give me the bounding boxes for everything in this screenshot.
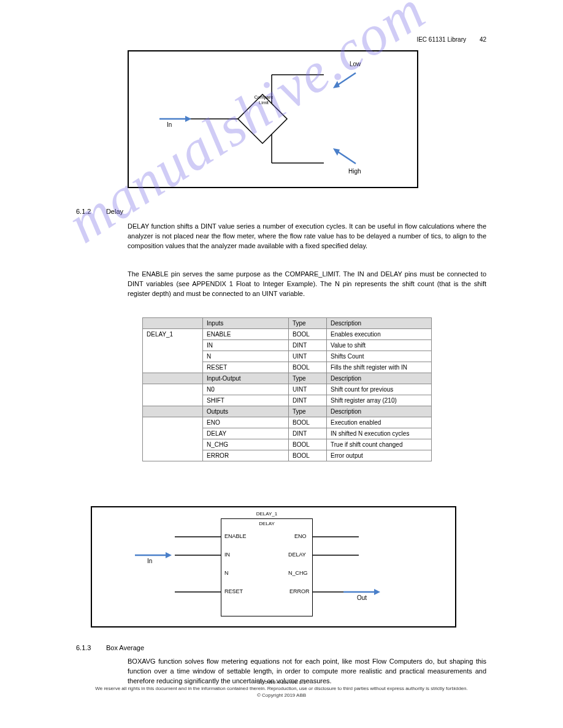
section-title: Delay: [106, 208, 123, 215]
cell: N: [203, 351, 289, 362]
cell: Shift count for previous: [327, 384, 432, 395]
th-outputs: Outputs: [203, 406, 289, 417]
label-high: High: [348, 168, 361, 175]
svg-line-10: [337, 151, 356, 164]
page-footer: ST-5499-4-EN rev. 0.1 We reserve all rig…: [0, 680, 563, 699]
th-desc2: Description: [327, 373, 432, 384]
cell: UINT: [289, 384, 327, 395]
section-boxavg-heading: 6.1.3 Box Average: [76, 643, 144, 653]
cell: BOOL: [289, 439, 327, 450]
cell: Shifts Count: [327, 351, 432, 362]
th-blank2: [143, 373, 203, 384]
svg-marker-0: [238, 94, 287, 143]
cell: True if shift count changed: [327, 439, 432, 450]
label-in: In: [167, 121, 172, 128]
cell: BOOL: [289, 417, 327, 428]
cell: N0: [203, 384, 289, 395]
cell-blank2: [143, 417, 203, 461]
delay-paragraph-1: DELAY function shifts a DINT value serie…: [128, 222, 486, 251]
section-delay-heading: 6.1.2 Delay: [76, 207, 123, 216]
label-low: Low: [350, 61, 361, 67]
cell: Error output: [327, 450, 432, 461]
cell: RESET: [203, 362, 289, 373]
footer-line1: ST-5499-4-EN rev. 0.1: [0, 680, 563, 686]
svg-marker-7: [185, 116, 191, 122]
cell: Value to shift: [327, 340, 432, 351]
section-num-2: 6.1.3: [76, 644, 91, 651]
cell: N_CHG: [203, 439, 289, 450]
svg-marker-19: [166, 552, 172, 558]
cell: IN: [203, 340, 289, 351]
cell: UINT: [289, 351, 327, 362]
delay-paragraph-2: The ENABLE pin serves the same purpose a…: [128, 270, 486, 299]
cell: Shift register array (210): [327, 395, 432, 406]
cell: SHIFT: [203, 395, 289, 406]
svg-line-8: [337, 73, 356, 85]
footer-line3: © Copyright 2019 ABB: [0, 692, 563, 699]
cell: Execution enabled: [327, 417, 432, 428]
cell: BOOL: [289, 450, 327, 461]
th-io: Input-Output: [203, 373, 289, 384]
delay-diagram-svg: [92, 507, 458, 629]
header-title: IEC 61131 Library: [416, 36, 466, 44]
arrow-out-label: Out: [357, 594, 367, 601]
th-type3: Type: [289, 406, 327, 417]
cell: BOOL: [289, 329, 327, 340]
cell-blank: [143, 384, 203, 406]
th-inputs: Inputs: [203, 318, 289, 329]
svg-marker-11: [333, 148, 340, 156]
cell: Enables execution: [327, 329, 432, 340]
cell: DINT: [289, 340, 327, 351]
cell: DELAY: [203, 428, 289, 439]
th-blank: [143, 318, 203, 329]
figure-compare-limit: Compare Limit In Low High: [128, 50, 418, 188]
arrow-in-label: In: [147, 558, 152, 564]
svg-marker-21: [374, 589, 380, 595]
cell: ENO: [203, 417, 289, 428]
th-desc3: Description: [327, 406, 432, 417]
delay-spec-table: Inputs Type Description DELAY_1 ENABLE B…: [142, 317, 432, 461]
section-title-2: Box Average: [106, 644, 144, 651]
cell: BOOL: [289, 362, 327, 373]
cell: Fills the shift register with IN: [327, 362, 432, 373]
svg-marker-9: [333, 81, 340, 88]
th-type2: Type: [289, 373, 327, 384]
cell: IN shifted N execution cycles: [327, 428, 432, 439]
cell: ENABLE: [203, 329, 289, 340]
footer-line2: We reserve all rights in this document a…: [0, 686, 563, 692]
cell-delay1: DELAY_1: [143, 329, 203, 373]
cell: DINT: [289, 395, 327, 406]
figure-delay-block: DELAY_1 DELAY ENABLE IN N RESET ENO DELA…: [91, 506, 456, 628]
section-num: 6.1.2: [76, 208, 91, 215]
th-type: Type: [289, 318, 327, 329]
th-desc: Description: [327, 318, 432, 329]
cell: DINT: [289, 428, 327, 439]
th-blank3: [143, 406, 203, 417]
page-number: 42: [480, 36, 486, 44]
cell: ERROR: [203, 450, 289, 461]
compare-diagram-svg: [129, 51, 419, 189]
